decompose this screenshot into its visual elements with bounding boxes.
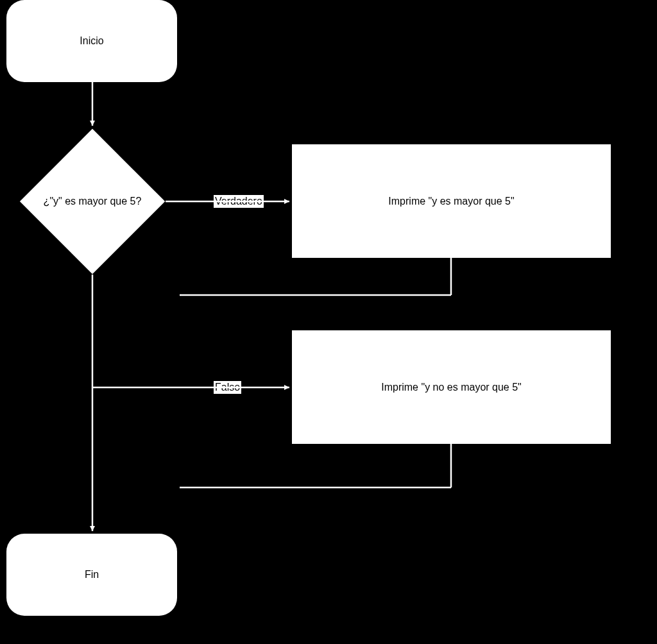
end-label: Fin — [85, 569, 99, 580]
print-false-node: Imprime "y no es mayor que 5" — [292, 330, 611, 444]
decision-label: ¿"y" es mayor que 5? — [44, 196, 142, 207]
print-true-node: Imprime "y es mayor que 5" — [292, 144, 611, 258]
start-node: Inicio — [6, 0, 177, 82]
decision-node: ¿"y" es mayor que 5? — [19, 128, 166, 275]
start-label: Inicio — [80, 35, 103, 47]
edge-false-label: Falso — [214, 381, 241, 394]
edge-true-label: Verdadero — [214, 195, 264, 208]
print-true-label: Imprime "y es mayor que 5" — [388, 196, 514, 207]
end-node: Fin — [6, 534, 177, 616]
print-false-label: Imprime "y no es mayor que 5" — [381, 382, 522, 393]
